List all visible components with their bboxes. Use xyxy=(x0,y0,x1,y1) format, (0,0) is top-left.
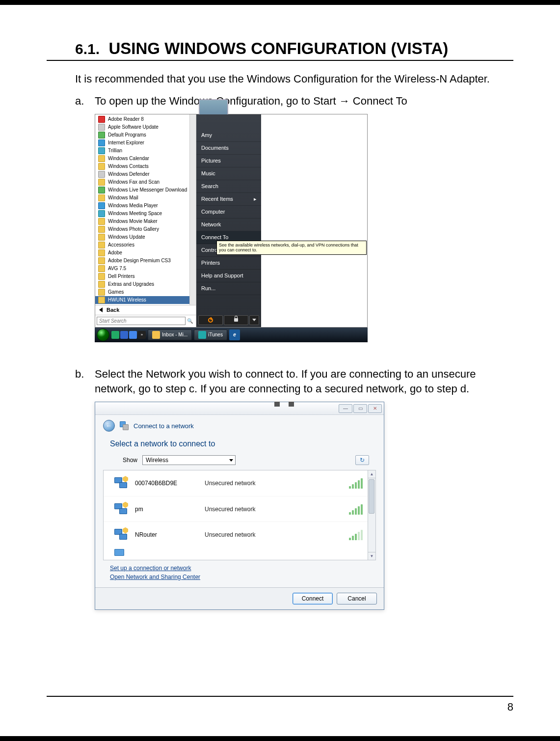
network-row[interactable]: pm Unsecured network xyxy=(104,496,375,521)
quick-launch-overflow[interactable]: » xyxy=(138,331,146,339)
intro-paragraph: It is recommended that you use the Windo… xyxy=(47,72,513,87)
lock-icon xyxy=(234,318,238,322)
network-name: pm xyxy=(135,506,198,513)
quick-launch-icon[interactable] xyxy=(120,331,128,339)
folder-icon xyxy=(98,249,105,256)
power-button[interactable] xyxy=(198,315,223,325)
program-item[interactable]: Windows Movie Maker xyxy=(95,218,196,225)
program-item[interactable]: Windows Update xyxy=(95,233,196,241)
program-item[interactable]: Windows Live Messenger Download xyxy=(95,186,196,194)
right-item-music[interactable]: Music xyxy=(196,167,261,180)
nav-back-button[interactable]: ← xyxy=(103,420,115,432)
program-item[interactable]: Windows Fax and Scan xyxy=(95,178,196,186)
right-item-label: Help and Support xyxy=(201,273,243,278)
program-folder[interactable]: Games xyxy=(95,288,196,296)
lock-button[interactable] xyxy=(224,315,248,325)
app-icon xyxy=(98,116,105,123)
scroll-up-button[interactable]: ▲ xyxy=(368,470,375,478)
user-name-item[interactable]: Amy xyxy=(196,129,261,142)
right-item-run[interactable]: Run... xyxy=(196,282,261,295)
program-item[interactable]: Internet Explorer xyxy=(95,139,196,147)
program-label: Apple Software Update xyxy=(108,125,159,130)
right-item-search[interactable]: Search xyxy=(196,180,261,193)
folder-icon xyxy=(98,265,105,272)
signal-strength-icon xyxy=(349,529,364,540)
network-type-icon xyxy=(114,528,128,542)
app-icon xyxy=(98,124,105,131)
refresh-button[interactable]: ↻ xyxy=(355,455,369,465)
list-scrollbar[interactable]: ▲ ▼ xyxy=(368,470,375,560)
quick-launch-icon[interactable] xyxy=(111,331,119,339)
program-item[interactable]: Default Programs xyxy=(95,131,196,139)
program-item[interactable]: Adobe Reader 8 xyxy=(95,115,196,123)
right-item-recent[interactable]: Recent Items▶ xyxy=(196,193,261,206)
back-button[interactable]: Back xyxy=(95,305,196,315)
right-item-documents[interactable]: Documents xyxy=(196,142,261,155)
maximize-button[interactable]: ▭ xyxy=(353,404,367,413)
section-title: USING WINDOWS CONFIGURATION (VISTA) xyxy=(109,39,449,57)
program-item[interactable]: Windows Media Player xyxy=(95,202,196,210)
right-item-pictures[interactable]: Pictures xyxy=(196,155,261,167)
taskbar-button-itunes[interactable]: iTunes xyxy=(194,329,227,340)
link-setup-connection[interactable]: Set up a connection or network xyxy=(110,564,369,573)
program-item[interactable]: Windows Mail xyxy=(95,194,196,202)
program-folder[interactable]: Dell Printers xyxy=(95,273,196,280)
right-item-printers[interactable]: Printers xyxy=(196,257,261,270)
program-folder[interactable]: Adobe xyxy=(95,249,196,257)
scroll-down-button[interactable]: ▼ xyxy=(368,552,375,560)
network-row-partial[interactable] xyxy=(104,547,375,558)
program-item[interactable]: Windows Photo Gallery xyxy=(95,225,196,233)
submenu-arrow-icon: ▶ xyxy=(254,197,256,201)
network-icon xyxy=(120,421,129,430)
right-item-help[interactable]: Help and Support xyxy=(196,270,261,282)
program-item[interactable]: Apple Software Update xyxy=(95,123,196,131)
chevron-down-icon xyxy=(229,459,233,462)
program-folder[interactable]: Extras and Upgrades xyxy=(95,280,196,288)
step-a: a.To open up the Windows Configuration, … xyxy=(47,94,513,109)
program-folder[interactable]: AVG 7.5 xyxy=(95,265,196,273)
network-security: Unsecured network xyxy=(205,506,342,513)
search-icon[interactable]: 🔍 xyxy=(186,317,194,326)
minimize-button[interactable]: — xyxy=(339,404,352,413)
connect-button[interactable]: Connect xyxy=(293,593,333,604)
taskbar-button-ie[interactable]: e xyxy=(229,329,240,340)
show-dropdown[interactable]: Wireless xyxy=(142,455,236,465)
all-programs-list[interactable]: Adobe Reader 8 Apple Software Update Def… xyxy=(95,114,196,305)
start-orb[interactable] xyxy=(97,329,109,341)
program-item[interactable]: Windows Contacts xyxy=(95,163,196,170)
dialog-header: ← Connect to a network xyxy=(95,415,384,437)
background-window-fragment xyxy=(274,402,294,407)
program-label: Adobe Design Premium CS3 xyxy=(108,258,171,263)
power-options-button[interactable] xyxy=(249,315,259,325)
program-folder-highlighted[interactable]: HWUN1 Wireless xyxy=(95,296,196,304)
program-label: Windows Contacts xyxy=(108,164,149,169)
program-item[interactable]: Windows Defender xyxy=(95,170,196,178)
program-item[interactable]: Trillian xyxy=(95,147,196,155)
program-label: Games xyxy=(108,290,124,295)
program-folder[interactable]: Accessories xyxy=(95,241,196,249)
app-icon xyxy=(98,187,105,193)
program-label: Windows Media Player xyxy=(108,203,158,208)
right-item-computer[interactable]: Computer xyxy=(196,206,261,219)
program-item[interactable]: Windows Meeting Space xyxy=(95,210,196,218)
section-heading: 6.1. USING WINDOWS CONFIGURATION (VISTA) xyxy=(47,39,513,61)
network-list[interactable]: 000740B6BD9E Unsecured network pm Unsecu… xyxy=(103,470,376,560)
program-item[interactable]: Windows Calendar xyxy=(95,155,196,163)
network-row[interactable]: NRouter Unsecured network xyxy=(104,521,375,547)
quick-launch-icon[interactable] xyxy=(129,331,137,339)
app-icon xyxy=(98,226,105,233)
scrollbar-thumb[interactable] xyxy=(369,479,374,514)
network-row[interactable]: 000740B6BD9E Unsecured network xyxy=(104,470,375,496)
link-sharing-center[interactable]: Open Network and Sharing Center xyxy=(110,573,369,581)
program-folder[interactable]: Adobe Design Premium CS3 xyxy=(95,257,196,265)
dialog-footer: Connect Cancel xyxy=(95,587,384,609)
right-item-network[interactable]: Network xyxy=(196,219,261,231)
app-icon xyxy=(98,234,105,241)
start-search-input[interactable] xyxy=(97,317,186,325)
cancel-button[interactable]: Cancel xyxy=(337,593,377,604)
section-number: 6.1. xyxy=(75,41,100,57)
dialog-subtitle: Select a network to connect to xyxy=(95,437,384,455)
taskbar-button-inbox[interactable]: Inbox - Mi... xyxy=(148,329,192,340)
close-button[interactable]: ✕ xyxy=(368,404,382,413)
folder-icon xyxy=(98,242,105,248)
